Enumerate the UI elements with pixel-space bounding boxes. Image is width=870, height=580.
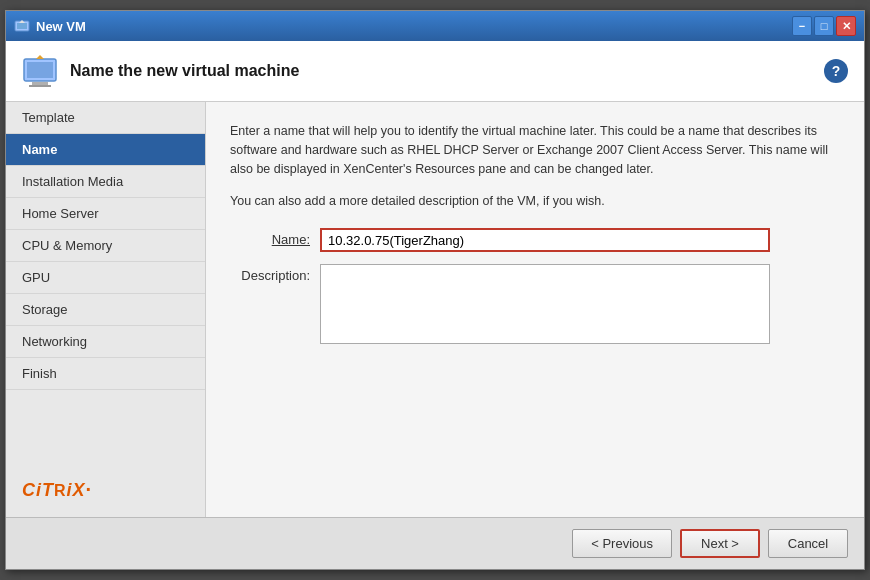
sidebar-item-template[interactable]: Template xyxy=(6,102,205,134)
svg-rect-4 xyxy=(27,62,53,78)
main-content: Enter a name that will help you to ident… xyxy=(206,102,864,517)
header-bar: Name the new virtual machine ? xyxy=(6,41,864,102)
sidebar-item-storage[interactable]: Storage xyxy=(6,294,205,326)
name-input[interactable] xyxy=(320,228,770,252)
description-textarea[interactable] xyxy=(320,264,770,344)
sidebar-item-name[interactable]: Name xyxy=(6,134,205,166)
also-text: You can also add a more detailed descrip… xyxy=(230,194,840,208)
restore-button[interactable]: □ xyxy=(814,16,834,36)
sidebar-item-cpu-memory[interactable]: CPU & Memory xyxy=(6,230,205,262)
main-window: New VM − □ ✕ Name the new virtual machin… xyxy=(5,10,865,570)
description-label: Description: xyxy=(230,264,320,283)
citrix-logo: CiTRiX· xyxy=(22,478,92,501)
window-controls: − □ ✕ xyxy=(792,16,856,36)
title-bar: New VM − □ ✕ xyxy=(6,11,864,41)
sidebar-bottom: CiTRiX· xyxy=(6,390,205,517)
window-icon xyxy=(14,18,30,34)
name-label: Name: xyxy=(230,228,320,247)
sidebar-item-finish[interactable]: Finish xyxy=(6,358,205,390)
sidebar-item-home-server[interactable]: Home Server xyxy=(6,198,205,230)
svg-rect-6 xyxy=(29,85,51,87)
cancel-button[interactable]: Cancel xyxy=(768,529,848,558)
svg-marker-7 xyxy=(36,55,44,59)
vm-icon xyxy=(22,53,58,89)
sidebar: Template Name Installation Media Home Se… xyxy=(6,102,206,517)
header-title: Name the new virtual machine xyxy=(70,62,824,80)
minimize-button[interactable]: − xyxy=(792,16,812,36)
svg-rect-5 xyxy=(32,82,48,85)
name-form-row: Name: xyxy=(230,228,840,252)
close-button[interactable]: ✕ xyxy=(836,16,856,36)
next-button[interactable]: Next > xyxy=(680,529,760,558)
content-area: Template Name Installation Media Home Se… xyxy=(6,102,864,517)
description-text: Enter a name that will help you to ident… xyxy=(230,122,840,178)
sidebar-item-networking[interactable]: Networking xyxy=(6,326,205,358)
window-title: New VM xyxy=(36,19,792,34)
svg-rect-1 xyxy=(17,23,27,29)
description-form-row: Description: xyxy=(230,264,840,344)
footer: < Previous Next > Cancel xyxy=(6,517,864,569)
help-button[interactable]: ? xyxy=(824,59,848,83)
sidebar-item-gpu[interactable]: GPU xyxy=(6,262,205,294)
previous-button[interactable]: < Previous xyxy=(572,529,672,558)
sidebar-item-installation-media[interactable]: Installation Media xyxy=(6,166,205,198)
